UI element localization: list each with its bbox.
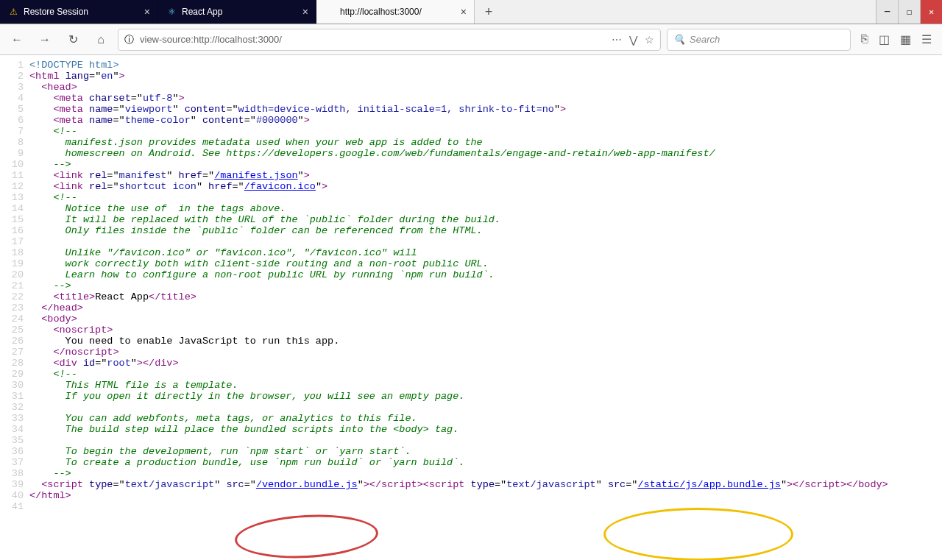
source-line: 12 <link rel="shortcut icon" href="/favi… (0, 181, 942, 192)
source-line: 16 Only files inside the `public` folder… (0, 225, 942, 236)
source-code[interactable]: </head> (29, 302, 942, 313)
line-number: 41 (0, 501, 29, 512)
source-line: 35 (0, 435, 942, 446)
line-number: 14 (0, 203, 29, 214)
annotation-yellow-ellipse (603, 508, 793, 560)
source-code[interactable]: <!-- (29, 192, 942, 203)
close-icon[interactable]: × (144, 6, 150, 18)
pocket-icon[interactable]: ⋁ (629, 34, 637, 46)
source-line: 3 <head> (0, 82, 942, 93)
info-icon[interactable]: ⓘ (124, 33, 134, 46)
source-code[interactable]: The build step will place the bundled sc… (29, 424, 942, 435)
source-code[interactable]: <title>React App</title> (29, 291, 942, 302)
source-line: 2<html lang="en"> (0, 71, 942, 82)
source-code[interactable]: <meta name="viewport" content="width=dev… (29, 104, 942, 115)
react-icon: ⚛ (166, 6, 177, 18)
source-code[interactable]: Learn how to configure a non-root public… (29, 269, 942, 280)
line-number: 22 (0, 291, 29, 302)
source-code[interactable]: <!-- (29, 126, 942, 137)
tab-label: Restore Session (24, 7, 140, 17)
source-code[interactable]: <html lang="en"> (29, 71, 942, 82)
sidebar-icon[interactable]: ◫ (879, 32, 890, 46)
source-line: 33 You can add webfonts, meta tags, or a… (0, 413, 942, 424)
source-code[interactable]: Unlike "/favicon.ico" or "favicon.ico", … (29, 247, 942, 258)
menu-icon[interactable]: ☰ (921, 32, 932, 46)
source-code[interactable] (29, 501, 942, 512)
source-code[interactable]: <head> (29, 82, 942, 93)
line-number: 7 (0, 126, 29, 137)
source-line: 6 <meta name="theme-color" content="#000… (0, 115, 942, 126)
source-code[interactable]: <script type="text/javascript" src="/ven… (29, 479, 942, 490)
source-code[interactable]: work correctly both with client-side rou… (29, 258, 942, 269)
source-code[interactable]: --> (29, 468, 942, 479)
source-code[interactable]: <!DOCTYPE html> (29, 60, 942, 71)
back-button[interactable]: ← (6, 29, 28, 51)
source-line: 37 To create a production bundle, use `n… (0, 457, 942, 468)
new-tab-button[interactable]: + (475, 0, 503, 24)
close-icon[interactable]: × (461, 6, 467, 18)
source-line: 24 <body> (0, 313, 942, 325)
tab-view-source[interactable]: http://localhost:3000/ × (316, 0, 475, 24)
source-code[interactable]: <noscript> (29, 325, 942, 336)
library-icon[interactable]: ⎘ (861, 32, 868, 46)
maximize-button[interactable]: ☐ (898, 0, 920, 24)
tab-react-app[interactable]: ⚛ React App × (158, 0, 316, 24)
source-code[interactable]: manifest.json provides metadata used whe… (29, 137, 942, 148)
tab-restore-session[interactable]: ⚠ Restore Session × (0, 0, 158, 24)
close-window-button[interactable]: ✕ (920, 0, 942, 24)
source-code[interactable]: <link rel="manifest" href="/manifest.jso… (29, 170, 942, 181)
source-line: 29 <!-- (0, 369, 942, 380)
source-line: 13 <!-- (0, 192, 942, 203)
source-line: 19 work correctly both with client-side … (0, 258, 942, 269)
tab-label: http://localhost:3000/ (340, 7, 456, 17)
source-line: 34 The build step will place the bundled… (0, 424, 942, 435)
source-code[interactable]: --> (29, 280, 942, 291)
addon-icon[interactable]: ▦ (900, 32, 911, 46)
url-bar[interactable]: ⓘ view-source:http://localhost:3000/ ⋯ ⋁… (118, 29, 661, 51)
source-view[interactable]: 1<!DOCTYPE html>2<html lang="en">3 <head… (0, 55, 942, 560)
line-number: 2 (0, 71, 29, 82)
source-code[interactable]: Notice the use of in the tags above. (29, 203, 942, 214)
source-code[interactable]: It will be replaced with the URL of the … (29, 214, 942, 225)
source-code[interactable]: You need to enable JavaScript to run thi… (29, 336, 942, 347)
source-code[interactable] (29, 402, 942, 413)
reload-button[interactable]: ↻ (62, 29, 84, 51)
source-code[interactable]: You can add webfonts, meta tags, or anal… (29, 413, 942, 424)
source-code[interactable]: To create a production bundle, use `npm … (29, 457, 942, 468)
source-code[interactable] (29, 435, 942, 446)
line-number: 37 (0, 457, 29, 468)
source-code[interactable]: </noscript> (29, 347, 942, 358)
source-code[interactable]: <link rel="shortcut icon" href="/favicon… (29, 181, 942, 192)
source-code[interactable]: homescreen on Android. See https://devel… (29, 148, 942, 159)
close-icon[interactable]: × (302, 6, 308, 18)
source-code[interactable]: <meta name="theme-color" content="#00000… (29, 115, 942, 126)
minimize-button[interactable]: ─ (876, 0, 898, 24)
line-number: 11 (0, 170, 29, 181)
more-icon[interactable]: ⋯ (612, 34, 622, 46)
line-number: 15 (0, 214, 29, 225)
line-number: 3 (0, 82, 29, 93)
window-controls: ─ ☐ ✕ (876, 0, 942, 24)
source-code[interactable]: <body> (29, 313, 942, 325)
source-code[interactable]: To begin the development, run `npm start… (29, 446, 942, 457)
source-line: 21 --> (0, 280, 942, 291)
search-bar[interactable]: 🔍 Search (667, 29, 851, 51)
line-number: 21 (0, 280, 29, 291)
source-code[interactable]: If you open it directly in the browser, … (29, 391, 942, 402)
source-code[interactable]: This HTML file is a template. (29, 380, 942, 391)
source-line: 11 <link rel="manifest" href="/manifest.… (0, 170, 942, 181)
source-code[interactable]: <!-- (29, 369, 942, 380)
source-line: 30 This HTML file is a template. (0, 380, 942, 391)
home-button[interactable]: ⌂ (90, 29, 112, 51)
source-code[interactable]: --> (29, 159, 942, 170)
forward-button[interactable]: → (34, 29, 56, 51)
source-line: 27 </noscript> (0, 347, 942, 358)
bookmark-icon[interactable]: ☆ (645, 34, 654, 46)
source-code[interactable]: Only files inside the `public` folder ca… (29, 225, 942, 236)
source-code[interactable]: </html> (29, 490, 942, 501)
source-code[interactable]: <div id="root"></div> (29, 358, 942, 369)
source-line: 41 (0, 501, 942, 512)
source-line: 22 <title>React App</title> (0, 291, 942, 302)
source-code[interactable] (29, 236, 942, 247)
source-code[interactable]: <meta charset="utf-8"> (29, 93, 942, 104)
